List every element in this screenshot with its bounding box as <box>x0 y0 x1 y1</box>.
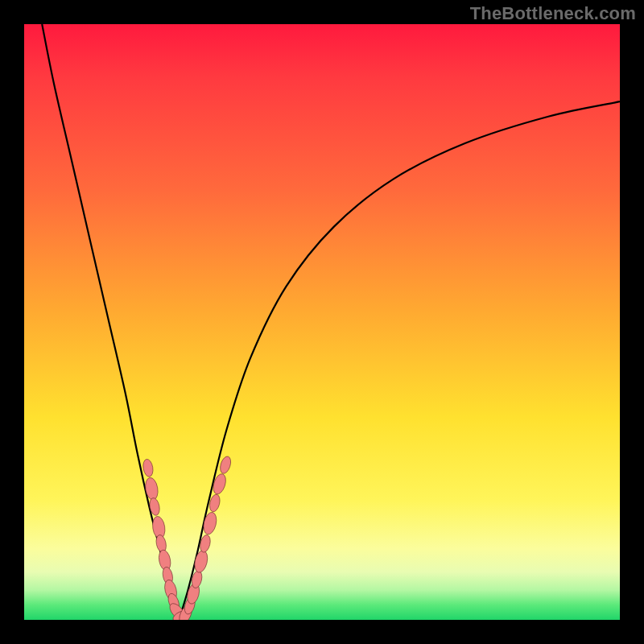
bead <box>211 473 228 496</box>
bead <box>218 455 233 474</box>
bead <box>142 458 154 477</box>
plot-area <box>24 24 620 620</box>
bead <box>201 511 218 536</box>
bead <box>192 549 209 574</box>
chart-stage: TheBottleneck.com <box>0 0 644 644</box>
highlight-beads <box>142 455 233 620</box>
watermark-text: TheBottleneck.com <box>470 3 636 24</box>
curve-right <box>179 101 620 620</box>
curve-layer <box>24 24 620 620</box>
